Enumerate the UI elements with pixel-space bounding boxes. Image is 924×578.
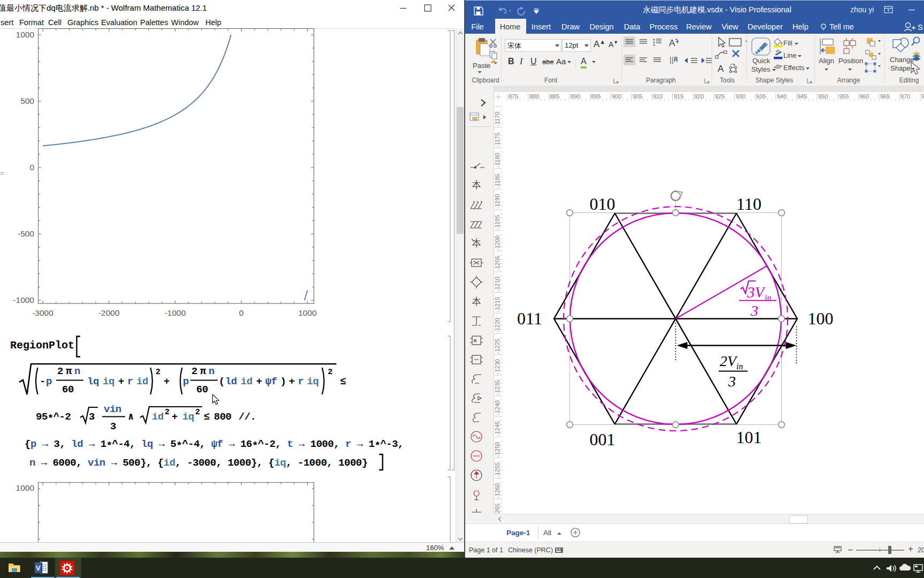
svg-text:110: 110 (736, 194, 761, 214)
svg-text:A: A (669, 38, 675, 48)
svg-text:in: in (765, 293, 771, 302)
svg-text:A: A (718, 64, 724, 74)
svg-text:101: 101 (736, 428, 762, 447)
svg-text:3: 3 (728, 373, 736, 390)
svg-text:2V: 2V (720, 353, 738, 369)
svg-text:A: A (674, 56, 677, 62)
svg-text:001: 001 (590, 430, 615, 449)
svg-text:3: 3 (750, 302, 758, 319)
svg-text:010: 010 (590, 194, 615, 214)
svg-text:3V: 3V (746, 284, 766, 301)
svg-text:011: 011 (517, 309, 542, 328)
svg-text:in: in (736, 362, 743, 371)
svg-text:V: V (36, 564, 41, 572)
svg-text:100: 100 (808, 309, 834, 328)
svg-text:S: S (918, 22, 923, 32)
